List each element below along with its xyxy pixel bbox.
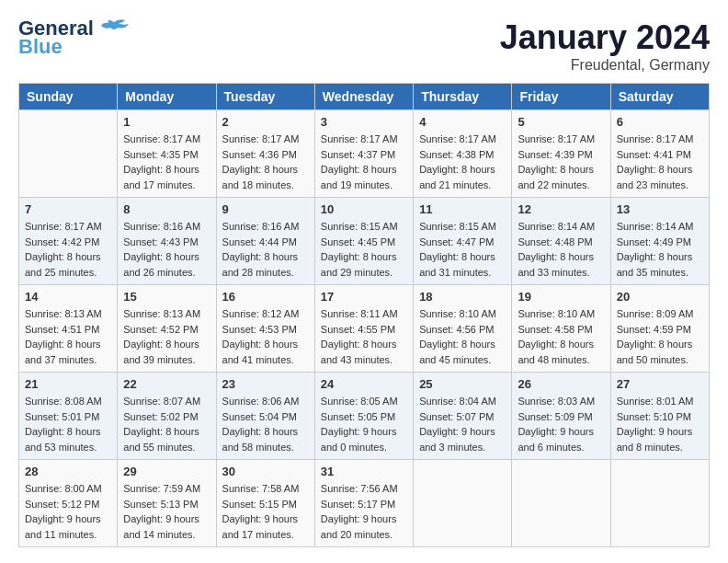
cell-text: and 58 minutes. bbox=[222, 440, 309, 455]
calendar-cell: 3Sunrise: 8:17 AMSunset: 4:37 PMDaylight… bbox=[314, 110, 413, 198]
cell-text: Daylight: 8 hours bbox=[617, 162, 703, 178]
cell-text: Sunset: 4:55 PM bbox=[321, 322, 407, 338]
cell-text: Sunrise: 8:17 AM bbox=[222, 132, 309, 147]
cell-text: Sunrise: 8:10 AM bbox=[518, 306, 604, 322]
day-number: 25 bbox=[419, 377, 506, 391]
cell-text: Sunset: 5:07 PM bbox=[419, 409, 506, 425]
cell-text: and 18 minutes. bbox=[222, 178, 309, 193]
day-number: 20 bbox=[617, 290, 703, 304]
cell-text: Sunrise: 8:00 AM bbox=[25, 481, 111, 497]
cell-text: Sunset: 5:10 PM bbox=[617, 409, 703, 425]
cell-text: and 20 minutes. bbox=[321, 527, 407, 543]
day-number: 21 bbox=[25, 377, 111, 391]
cell-text: Sunset: 4:56 PM bbox=[419, 322, 506, 338]
cell-text: Sunrise: 8:13 AM bbox=[25, 306, 111, 322]
day-number: 6 bbox=[617, 115, 703, 129]
cell-text: Daylight: 9 hours bbox=[419, 424, 506, 440]
cell-text: and 37 minutes. bbox=[25, 352, 111, 368]
cell-text: and 11 minutes. bbox=[25, 527, 111, 543]
cell-text: and 55 minutes. bbox=[123, 440, 210, 455]
cell-text: Sunset: 4:48 PM bbox=[518, 235, 604, 250]
calendar-cell: 7Sunrise: 8:17 AMSunset: 4:42 PMDaylight… bbox=[19, 198, 118, 285]
calendar-cell: 25Sunrise: 8:04 AMSunset: 5:07 PMDayligh… bbox=[414, 373, 512, 460]
cell-text: Sunrise: 8:12 AM bbox=[222, 306, 309, 322]
day-number: 30 bbox=[222, 465, 309, 478]
week-row-2: 7Sunrise: 8:17 AMSunset: 4:42 PMDaylight… bbox=[19, 198, 710, 285]
cell-text: Daylight: 8 hours bbox=[222, 424, 309, 440]
cell-text: Sunset: 4:35 PM bbox=[123, 147, 210, 163]
calendar-table: Sunday Monday Tuesday Wednesday Thursday… bbox=[18, 83, 710, 547]
page-title: January 2024 bbox=[500, 18, 710, 57]
calendar-cell bbox=[414, 460, 512, 547]
cell-text: Sunset: 5:12 PM bbox=[25, 497, 111, 512]
cell-text: and 3 minutes. bbox=[419, 440, 506, 455]
day-number: 29 bbox=[123, 465, 210, 478]
header-saturday: Saturday bbox=[610, 84, 709, 110]
calendar-cell bbox=[512, 460, 610, 547]
cell-text: Sunrise: 8:10 AM bbox=[419, 306, 506, 322]
cell-text: Sunset: 5:13 PM bbox=[123, 497, 210, 512]
cell-text: Daylight: 9 hours bbox=[617, 424, 703, 440]
cell-text: Sunrise: 8:08 AM bbox=[25, 394, 111, 409]
header-tuesday: Tuesday bbox=[216, 84, 314, 110]
calendar-cell: 8Sunrise: 8:16 AMSunset: 4:43 PMDaylight… bbox=[118, 198, 216, 285]
week-row-1: 1Sunrise: 8:17 AMSunset: 4:35 PMDaylight… bbox=[19, 110, 710, 198]
cell-text: Daylight: 8 hours bbox=[123, 162, 210, 178]
cell-text: and 43 minutes. bbox=[321, 352, 407, 368]
cell-text: Daylight: 8 hours bbox=[419, 249, 506, 265]
cell-text: Daylight: 8 hours bbox=[617, 337, 703, 352]
cell-text: Sunrise: 8:17 AM bbox=[617, 132, 703, 147]
cell-text: Sunrise: 8:17 AM bbox=[123, 132, 210, 147]
cell-text: Sunrise: 8:01 AM bbox=[617, 394, 703, 409]
cell-text: Daylight: 8 hours bbox=[321, 337, 407, 352]
cell-text: Daylight: 8 hours bbox=[419, 337, 506, 352]
day-number: 13 bbox=[617, 202, 703, 216]
cell-text: and 23 minutes. bbox=[617, 178, 703, 193]
cell-text: Daylight: 9 hours bbox=[321, 424, 407, 440]
calendar-cell: 31Sunrise: 7:56 AMSunset: 5:17 PMDayligh… bbox=[314, 460, 413, 547]
cell-text: Sunrise: 8:15 AM bbox=[321, 219, 407, 235]
header-friday: Friday bbox=[512, 84, 610, 110]
day-number: 19 bbox=[518, 290, 604, 304]
cell-text: Sunrise: 8:17 AM bbox=[25, 219, 111, 235]
calendar-cell: 27Sunrise: 8:01 AMSunset: 5:10 PMDayligh… bbox=[610, 373, 709, 460]
cell-text: Sunset: 4:44 PM bbox=[222, 235, 309, 250]
cell-text: and 53 minutes. bbox=[25, 440, 111, 455]
cell-text: Daylight: 8 hours bbox=[25, 249, 111, 265]
logo: General Blue bbox=[18, 18, 131, 59]
calendar-cell: 14Sunrise: 8:13 AMSunset: 4:51 PMDayligh… bbox=[19, 285, 118, 373]
cell-text: Daylight: 8 hours bbox=[222, 337, 309, 352]
day-number: 31 bbox=[321, 465, 407, 478]
calendar-cell: 24Sunrise: 8:05 AMSunset: 5:05 PMDayligh… bbox=[314, 373, 413, 460]
day-number: 26 bbox=[518, 377, 604, 391]
cell-text: Sunset: 4:41 PM bbox=[617, 147, 703, 163]
cell-text: and 33 minutes. bbox=[518, 265, 604, 281]
day-number: 14 bbox=[25, 290, 111, 304]
cell-text: and 25 minutes. bbox=[25, 265, 111, 281]
cell-text: Sunset: 5:05 PM bbox=[321, 409, 407, 425]
calendar-cell: 29Sunrise: 7:59 AMSunset: 5:13 PMDayligh… bbox=[118, 460, 216, 547]
cell-text: Daylight: 9 hours bbox=[25, 511, 111, 527]
day-number: 2 bbox=[222, 115, 309, 129]
day-number: 28 bbox=[25, 465, 111, 478]
day-number: 3 bbox=[321, 115, 407, 129]
cell-text: Sunrise: 8:06 AM bbox=[222, 394, 309, 409]
cell-text: Sunrise: 8:14 AM bbox=[617, 219, 703, 235]
cell-text: Daylight: 9 hours bbox=[321, 511, 407, 527]
cell-text: Sunrise: 7:59 AM bbox=[123, 481, 210, 497]
cell-text: Sunrise: 8:14 AM bbox=[518, 219, 604, 235]
calendar-cell: 2Sunrise: 8:17 AMSunset: 4:36 PMDaylight… bbox=[216, 110, 314, 198]
calendar-cell: 6Sunrise: 8:17 AMSunset: 4:41 PMDaylight… bbox=[610, 110, 709, 198]
calendar-cell: 30Sunrise: 7:58 AMSunset: 5:15 PMDayligh… bbox=[216, 460, 314, 547]
day-number: 16 bbox=[222, 290, 309, 304]
calendar-cell: 12Sunrise: 8:14 AMSunset: 4:48 PMDayligh… bbox=[512, 198, 610, 285]
day-number: 11 bbox=[419, 202, 506, 216]
calendar-cell: 13Sunrise: 8:14 AMSunset: 4:49 PMDayligh… bbox=[610, 198, 709, 285]
cell-text: Daylight: 8 hours bbox=[321, 162, 407, 178]
cell-text: and 39 minutes. bbox=[123, 352, 210, 368]
calendar-cell bbox=[19, 110, 118, 198]
day-number: 18 bbox=[419, 290, 506, 304]
cell-text: Sunrise: 8:11 AM bbox=[321, 306, 407, 322]
week-row-5: 28Sunrise: 8:00 AMSunset: 5:12 PMDayligh… bbox=[19, 460, 710, 547]
day-number: 8 bbox=[123, 202, 210, 216]
